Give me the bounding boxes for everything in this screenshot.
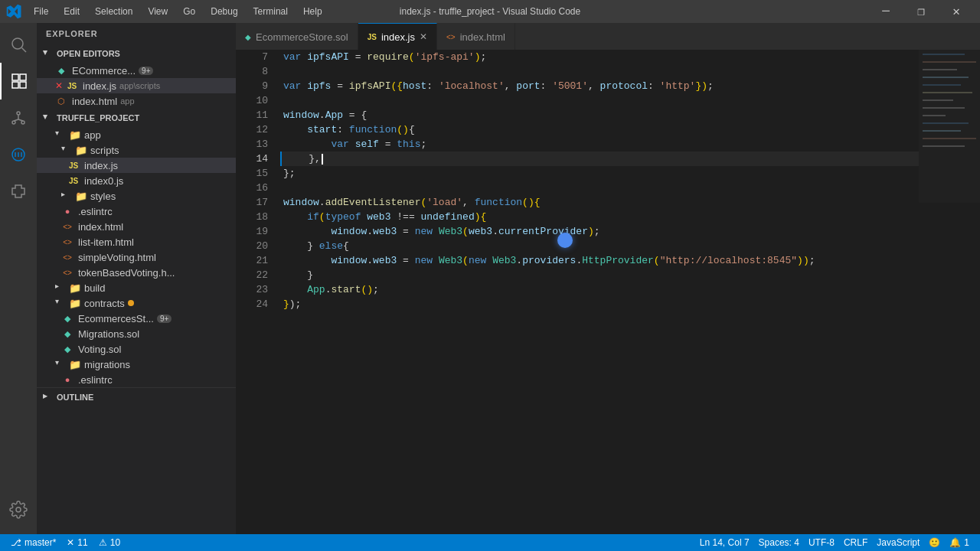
- status-language[interactable]: JavaScript: [872, 537, 924, 548]
- line-numbers: 7 8 9 10 11 12 13 14 15 16 17 18 19 20 2…: [236, 50, 274, 534]
- code-content[interactable]: var ipfsAPI = require('ipfs-api'); var i…: [274, 50, 919, 534]
- activity-extensions[interactable]: [0, 173, 37, 210]
- status-line-col[interactable]: Ln 14, Col 7: [695, 537, 754, 548]
- file-tokenbased[interactable]: <> tokenBasedVoting.h...: [37, 265, 236, 280]
- status-spaces[interactable]: Spaces: 4: [754, 537, 804, 548]
- minimap: [919, 50, 980, 534]
- tab-index-js-label: index.js: [381, 31, 415, 43]
- status-bell[interactable]: 🔔 1: [945, 537, 974, 548]
- file-voting-sol[interactable]: ◆ Voting.sol: [37, 341, 236, 357]
- menu-go[interactable]: Go: [177, 3, 201, 20]
- status-line-ending[interactable]: CRLF: [839, 537, 872, 548]
- menu-help[interactable]: Help: [297, 3, 328, 20]
- file-eslintrc-app[interactable]: ● .eslintrc: [37, 204, 236, 219]
- close-button[interactable]: ✕: [939, 0, 974, 23]
- activity-explorer[interactable]: [0, 63, 37, 99]
- code-line-20: } else{: [280, 239, 919, 253]
- svg-rect-31: [919, 50, 980, 203]
- solidity-icon: ◆: [55, 64, 67, 77]
- status-branch[interactable]: ⎇ master*: [6, 537, 60, 548]
- activity-debug[interactable]: [0, 136, 37, 173]
- folder-contracts[interactable]: 📁 contracts: [37, 295, 236, 311]
- folder-app[interactable]: 📁 app: [37, 127, 236, 142]
- folder-scripts-chevron: [61, 144, 74, 156]
- file-simplevoting[interactable]: <> simpleVoting.html: [37, 249, 236, 265]
- project-header[interactable]: TRUFFLE_PROJECT: [37, 109, 236, 127]
- line-num-12: 12: [242, 122, 268, 137]
- svg-line-1: [22, 48, 27, 53]
- window-controls[interactable]: ─ ❐ ✕: [868, 0, 974, 23]
- svg-line-11: [18, 119, 23, 121]
- folder-migrations[interactable]: 📁 migrations: [37, 357, 236, 372]
- branch-name: master*: [24, 537, 56, 548]
- outline-header[interactable]: OUTLINE: [37, 388, 236, 406]
- file-indexhtml-app[interactable]: <> index.html: [37, 219, 236, 234]
- status-encoding[interactable]: UTF-8: [804, 537, 839, 548]
- file-eslintrc-migrations-label: .eslintrc: [78, 374, 113, 386]
- tab-index-js-icon: JS: [368, 33, 377, 41]
- error-count: 11: [77, 537, 87, 548]
- file-ecommercest-badge: 9+: [157, 315, 172, 323]
- file-listitemhtml-label: list-item.html: [78, 236, 134, 248]
- file-migrations-sol[interactable]: ◆ Migrations.sol: [37, 326, 236, 341]
- folder-styles[interactable]: 📁 styles: [37, 188, 236, 204]
- svg-point-0: [12, 38, 23, 49]
- open-editor-ecommerce-label: ECommerce...: [72, 65, 136, 77]
- menu-terminal[interactable]: Terminal: [247, 3, 294, 20]
- menu-bar[interactable]: File Edit Selection View Go Debug Termin…: [28, 3, 328, 20]
- menu-debug[interactable]: Debug: [204, 3, 243, 20]
- activity-search[interactable]: [0, 26, 37, 63]
- js-icon: JS: [66, 80, 78, 92]
- menu-selection[interactable]: Selection: [89, 3, 139, 20]
- file-voting-sol-label: Voting.sol: [78, 344, 121, 355]
- tab-index-js[interactable]: JS index.js ✕: [358, 23, 437, 50]
- svg-point-16: [16, 507, 21, 512]
- open-editor-indexhtml-path: app: [120, 96, 134, 106]
- tab-index-html[interactable]: <> index.html: [437, 23, 515, 50]
- folder-build-icon: 📁: [69, 282, 81, 294]
- menu-view[interactable]: View: [142, 3, 174, 20]
- line-num-16: 16: [242, 181, 268, 195]
- folder-styles-chevron: [61, 190, 74, 202]
- open-editors-chevron: [43, 47, 55, 60]
- open-editors-header[interactable]: OPEN EDITORS: [37, 44, 236, 63]
- tab-index-js-close[interactable]: ✕: [420, 31, 427, 42]
- line-num-15: 15: [242, 166, 268, 181]
- tab-ecommerce-sol[interactable]: ◆ EcommerceStore.sol: [236, 23, 358, 50]
- line-num-9: 9: [242, 79, 268, 93]
- tab-index-html-label: index.html: [460, 31, 505, 43]
- open-editor-indexjs[interactable]: ✕ JS index.js app\scripts: [37, 78, 236, 93]
- file-eslintrc-app-label: .eslintrc: [78, 206, 113, 217]
- svg-point-7: [12, 121, 15, 124]
- status-errors[interactable]: ✕ 11: [62, 537, 92, 548]
- error-icon: ✕: [67, 537, 74, 548]
- activity-bottom: [0, 491, 37, 534]
- activity-git[interactable]: [0, 99, 37, 136]
- file-migrations-sol-icon: ◆: [61, 328, 74, 340]
- folder-build[interactable]: 📁 build: [37, 280, 236, 295]
- file-listitemhtml[interactable]: <> list-item.html: [37, 234, 236, 249]
- open-editor-ecommerce[interactable]: ◆ ECommerce... 9+: [37, 63, 236, 78]
- file-ecommercest[interactable]: ◆ EcommercesSt... 9+: [37, 311, 236, 326]
- folder-app-label: app: [84, 129, 101, 141]
- line-num-8: 8: [242, 64, 268, 79]
- status-smiley[interactable]: 🙂: [924, 537, 945, 548]
- open-editor-indexhtml[interactable]: ⬡ index.html app: [37, 93, 236, 109]
- svg-rect-2: [12, 74, 18, 80]
- minimize-button[interactable]: ─: [868, 0, 903, 23]
- folder-scripts[interactable]: 📁 scripts: [37, 142, 236, 158]
- file-indexhtml-app-icon: <>: [61, 220, 74, 233]
- code-editor[interactable]: 7 8 9 10 11 12 13 14 15 16 17 18 19 20 2…: [236, 50, 980, 534]
- file-indexjs[interactable]: JS index.js: [37, 158, 236, 173]
- folder-styles-label: styles: [90, 191, 116, 202]
- svg-line-10: [14, 119, 18, 121]
- status-warnings[interactable]: ⚠ 10: [94, 537, 125, 548]
- activity-settings[interactable]: [0, 491, 37, 528]
- svg-point-8: [21, 121, 24, 124]
- line-num-19: 19: [242, 224, 268, 239]
- maximize-button[interactable]: ❐: [903, 0, 939, 23]
- file-eslintrc-migrations[interactable]: ● .eslintrc: [37, 372, 236, 387]
- menu-edit[interactable]: Edit: [57, 3, 86, 20]
- menu-file[interactable]: File: [28, 3, 54, 20]
- file-index0js[interactable]: JS index0.js: [37, 173, 236, 188]
